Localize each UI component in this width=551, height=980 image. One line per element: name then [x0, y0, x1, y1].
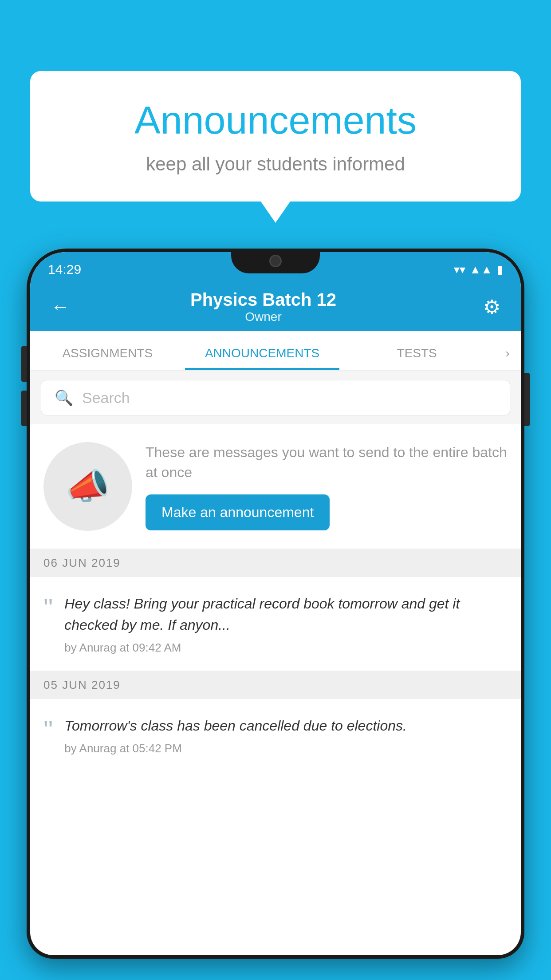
megaphone-icon: 📣 [66, 466, 110, 507]
prompt-right: These are messages you want to send to t… [146, 443, 508, 531]
speech-bubble-container: Announcements keep all your students inf… [30, 71, 521, 202]
phone-volume-up-button [21, 346, 27, 382]
phone-outer: 14:29 ▾▾ ▲▲ ▮ ← Physics Batch 12 Owner ⚙… [27, 249, 524, 959]
announcement-content-1: Hey class! Bring your practical record b… [64, 593, 508, 655]
phone-wrapper: 14:29 ▾▾ ▲▲ ▮ ← Physics Batch 12 Owner ⚙… [27, 249, 524, 980]
settings-button[interactable]: ⚙ [479, 291, 505, 323]
date-divider-1: 06 JUN 2019 [30, 549, 521, 577]
bubble-title: Announcements [66, 98, 485, 143]
phone-camera [269, 255, 282, 267]
announcement-meta-1: by Anurag at 09:42 AM [64, 641, 508, 655]
tab-assignments[interactable]: ASSIGNMENTS [30, 331, 185, 370]
bubble-subtitle: keep all your students informed [66, 154, 485, 175]
tab-tests[interactable]: TESTS [339, 331, 494, 370]
tab-announcements[interactable]: ANNOUNCEMENTS [185, 331, 340, 370]
megaphone-circle: 📣 [43, 442, 132, 531]
announcement-prompt: 📣 These are messages you want to send to… [30, 424, 521, 549]
quote-icon-2: " [43, 717, 53, 743]
app-bar-title-group: Physics Batch 12 Owner [48, 290, 479, 324]
phone-volume-down-button [21, 391, 27, 426]
status-time: 14:29 [48, 262, 81, 277]
announcement-item-2: " Tomorrow's class has been cancelled du… [30, 699, 521, 771]
search-icon: 🔍 [55, 389, 73, 407]
date-divider-2: 05 JUN 2019 [30, 671, 521, 699]
wifi-icon: ▾▾ [454, 263, 465, 277]
phone-screen: 14:29 ▾▾ ▲▲ ▮ ← Physics Batch 12 Owner ⚙… [30, 252, 521, 955]
search-container: 🔍 Search [30, 371, 521, 424]
announcement-text-2: Tomorrow's class has been cancelled due … [64, 715, 508, 736]
status-icons: ▾▾ ▲▲ ▮ [454, 263, 503, 277]
announcement-text-1: Hey class! Bring your practical record b… [64, 593, 508, 636]
app-bar-subtitle: Owner [48, 310, 479, 324]
announcement-item-1: " Hey class! Bring your practical record… [30, 577, 521, 671]
announcement-content-2: Tomorrow's class has been cancelled due … [64, 715, 508, 755]
tabs-bar: ASSIGNMENTS ANNOUNCEMENTS TESTS › [30, 331, 521, 371]
make-announcement-button[interactable]: Make an announcement [146, 494, 330, 530]
app-bar-title: Physics Batch 12 [48, 290, 479, 310]
speech-bubble: Announcements keep all your students inf… [30, 71, 521, 202]
tabs-more[interactable]: › [494, 346, 521, 370]
quote-icon-1: " [43, 595, 53, 621]
search-placeholder: Search [82, 389, 130, 407]
phone-power-button [524, 373, 530, 426]
signal-icon: ▲▲ [470, 263, 492, 277]
announcement-meta-2: by Anurag at 05:42 PM [64, 742, 508, 755]
app-bar: ← Physics Batch 12 Owner ⚙ [30, 282, 521, 331]
prompt-description: These are messages you want to send to t… [146, 443, 508, 482]
search-bar[interactable]: 🔍 Search [41, 380, 510, 415]
battery-icon: ▮ [497, 263, 503, 277]
